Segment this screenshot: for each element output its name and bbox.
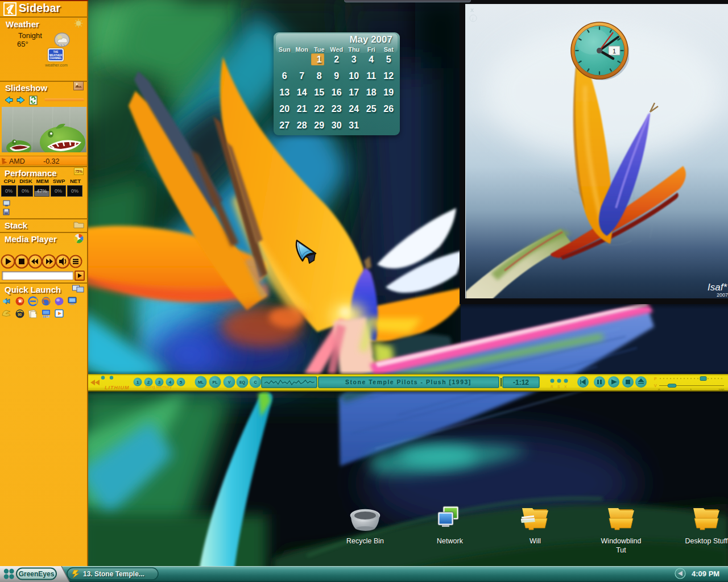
svg-text:2: 2 bbox=[147, 380, 150, 385]
svg-text:Desktop Stuff: Desktop Stuff bbox=[685, 537, 728, 545]
svg-text:R: R bbox=[551, 385, 553, 389]
svg-text:V: V bbox=[654, 384, 657, 388]
svg-text:2007: 2007 bbox=[717, 292, 728, 298]
svg-text:x: x bbox=[470, 6, 474, 13]
svg-text:4:09 PM: 4:09 PM bbox=[692, 569, 719, 578]
svg-text:Recycle Bin: Recycle Bin bbox=[346, 537, 384, 545]
svg-text:13. Stone Temple...: 13. Stone Temple... bbox=[83, 570, 144, 578]
svg-text:Will: Will bbox=[530, 537, 541, 545]
svg-text:GreenEyes: GreenEyes bbox=[19, 570, 55, 578]
svg-text:100: 100 bbox=[718, 388, 725, 392]
svg-text:5: 5 bbox=[180, 380, 183, 385]
svg-text:Network: Network bbox=[437, 537, 464, 545]
svg-text:PL: PL bbox=[213, 380, 218, 384]
svg-text:S: S bbox=[557, 385, 560, 389]
svg-text:ML: ML bbox=[198, 380, 204, 384]
svg-text:C: C bbox=[254, 380, 257, 384]
svg-text:Tut: Tut bbox=[616, 546, 626, 554]
svg-text:P: P bbox=[654, 377, 657, 381]
svg-text:X: X bbox=[564, 385, 567, 389]
svg-text:LITHIUM: LITHIUM bbox=[105, 385, 130, 390]
svg-text:90: 90 bbox=[18, 313, 22, 317]
svg-text:EQ: EQ bbox=[239, 380, 246, 385]
svg-text:-1:12: -1:12 bbox=[513, 379, 529, 386]
svg-text:3: 3 bbox=[158, 380, 161, 385]
svg-text:Windowblind: Windowblind bbox=[601, 537, 642, 545]
svg-text:Isaf*: Isaf* bbox=[708, 282, 727, 293]
svg-text:1: 1 bbox=[613, 48, 616, 55]
svg-text:1: 1 bbox=[136, 380, 139, 385]
svg-text:Stone Temple Pilots - Plush [1: Stone Temple Pilots - Plush [1993] bbox=[345, 379, 471, 385]
svg-text:4: 4 bbox=[169, 380, 172, 385]
svg-text:V: V bbox=[228, 380, 231, 384]
